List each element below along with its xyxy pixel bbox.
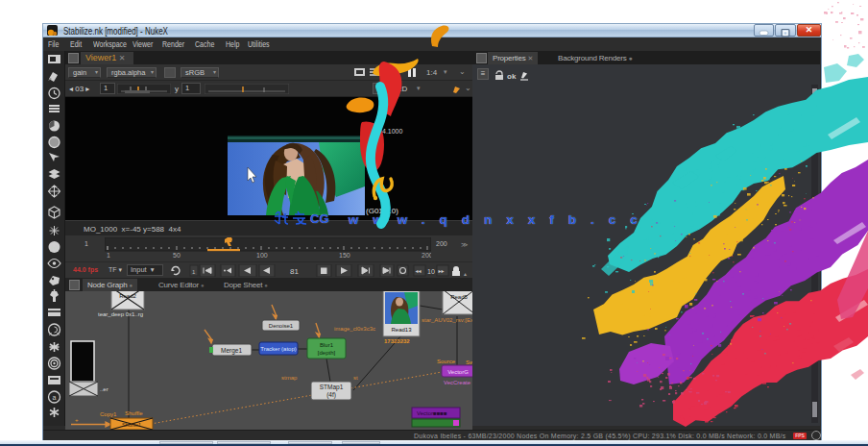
svg-text:Tracker (atop): Tracker (atop) [260,346,296,352]
svg-text:10: 10 [427,268,435,275]
svg-text:50: 50 [173,252,181,259]
svg-text:Read5: Read5 [450,294,468,300]
svg-text:200: 200 [422,252,431,259]
svg-text:Shuffle1: Shuffle1 [122,422,141,428]
svg-text:Sw: Sw [466,359,472,365]
svg-text:▴: ▴ [464,271,467,277]
svg-text:st: st [353,375,358,381]
svg-text:17323232: 17323232 [384,338,410,344]
svg-text:image_cl0x3c3c: image_cl0x3c3c [334,326,375,332]
svg-text:ok: ok [507,72,517,81]
svg-text:Merge1: Merge1 [221,347,242,355]
svg-text:Source: Source [437,359,456,364]
svg-text:Vector■■■■: Vector■■■■ [417,410,447,416]
svg-text:STMap1: STMap1 [320,384,344,391]
svg-text:Copy1: Copy1 [100,411,117,417]
svg-text:0: 0 [52,243,57,253]
svg-text:stmap: stmap [281,375,298,381]
svg-text:VectorG: VectorG [447,369,469,375]
svg-text:+: + [75,417,79,423]
svg-text:star_AUV02_rsv:[Expr: star_AUV02_rsv:[Expr [422,317,472,323]
svg-text:..er: ..er [100,386,108,392]
svg-text:4.1000: 4.1000 [382,128,403,135]
svg-text:[depth]: [depth] [318,350,336,356]
svg-text:Denoise1: Denoise1 [269,323,294,329]
svg-text:▸▸: ▸▸ [439,268,445,274]
svg-text:Read2: Read2 [119,293,136,299]
svg-text:VecCreate: VecCreate [444,380,471,385]
svg-text:CG: CG [310,211,329,226]
svg-text:(4f): (4f) [326,391,336,399]
svg-text:150: 150 [339,252,350,259]
svg-text:◂◂: ◂◂ [416,268,422,274]
svg-text:100: 100 [256,252,268,259]
svg-text:a: a [53,394,57,401]
svg-text:81: 81 [290,267,299,276]
svg-text:Blur1: Blur1 [320,342,334,348]
svg-text:1: 1 [107,252,110,259]
svg-text:Read13: Read13 [391,327,412,333]
svg-text:tear_deep 0x1..rg: tear_deep 0x1..rg [98,311,143,317]
svg-text:Shuffle: Shuffle [125,410,143,416]
